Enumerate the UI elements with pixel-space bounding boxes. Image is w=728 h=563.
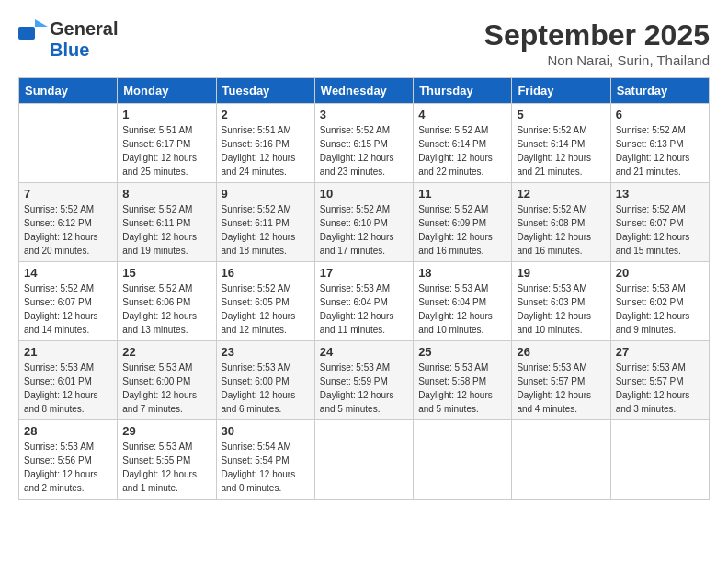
day-cell: 28Sunrise: 5:53 AMSunset: 5:56 PMDayligh… xyxy=(19,420,118,500)
day-cell: 15Sunrise: 5:52 AMSunset: 6:06 PMDayligh… xyxy=(118,262,216,341)
day-number: 19 xyxy=(517,266,605,280)
day-cell: 24Sunrise: 5:53 AMSunset: 5:59 PMDayligh… xyxy=(314,341,413,420)
day-cell: 7Sunrise: 5:52 AMSunset: 6:12 PMDaylight… xyxy=(19,183,118,262)
day-cell: 19Sunrise: 5:53 AMSunset: 6:03 PMDayligh… xyxy=(512,262,610,341)
day-info: Sunrise: 5:53 AMSunset: 6:03 PMDaylight:… xyxy=(517,283,591,335)
col-header-thursday: Thursday xyxy=(414,78,512,104)
day-info: Sunrise: 5:53 AMSunset: 6:00 PMDaylight:… xyxy=(222,362,296,414)
day-number: 26 xyxy=(517,345,605,359)
day-cell: 16Sunrise: 5:52 AMSunset: 6:05 PMDayligh… xyxy=(216,262,314,341)
day-cell: 18Sunrise: 5:53 AMSunset: 6:04 PMDayligh… xyxy=(414,262,512,341)
day-info: Sunrise: 5:52 AMSunset: 6:11 PMDaylight:… xyxy=(122,204,197,256)
day-info: Sunrise: 5:52 AMSunset: 6:14 PMDaylight:… xyxy=(418,125,493,177)
col-header-wednesday: Wednesday xyxy=(314,78,413,104)
day-info: Sunrise: 5:53 AMSunset: 6:01 PMDaylight:… xyxy=(24,362,98,414)
day-info: Sunrise: 5:52 AMSunset: 6:12 PMDaylight:… xyxy=(24,204,98,256)
day-cell: 5Sunrise: 5:52 AMSunset: 6:14 PMDaylight… xyxy=(512,104,610,183)
day-number: 4 xyxy=(418,108,506,121)
day-number: 30 xyxy=(222,424,310,438)
day-cell: 8Sunrise: 5:52 AMSunset: 6:11 PMDaylight… xyxy=(118,183,216,262)
day-info: Sunrise: 5:53 AMSunset: 6:02 PMDaylight:… xyxy=(616,283,690,335)
day-info: Sunrise: 5:51 AMSunset: 6:16 PMDaylight:… xyxy=(222,125,296,177)
day-number: 23 xyxy=(222,345,310,359)
day-number: 2 xyxy=(222,108,310,121)
week-row-3: 14Sunrise: 5:52 AMSunset: 6:07 PMDayligh… xyxy=(19,262,710,341)
week-row-4: 21Sunrise: 5:53 AMSunset: 6:01 PMDayligh… xyxy=(19,341,710,420)
day-number: 11 xyxy=(418,187,506,201)
col-header-monday: Monday xyxy=(118,78,216,104)
day-info: Sunrise: 5:52 AMSunset: 6:05 PMDaylight:… xyxy=(222,283,296,335)
day-cell: 10Sunrise: 5:52 AMSunset: 6:10 PMDayligh… xyxy=(314,183,413,262)
calendar-table: SundayMondayTuesdayWednesdayThursdayFrid… xyxy=(18,77,710,500)
page-header: General Blue September 2025 Non Narai, S… xyxy=(18,18,710,68)
day-info: Sunrise: 5:52 AMSunset: 6:13 PMDaylight:… xyxy=(616,125,690,177)
day-cell: 25Sunrise: 5:53 AMSunset: 5:58 PMDayligh… xyxy=(414,341,512,420)
col-header-sunday: Sunday xyxy=(19,78,118,104)
col-header-friday: Friday xyxy=(512,78,610,104)
day-cell: 11Sunrise: 5:52 AMSunset: 6:09 PMDayligh… xyxy=(414,183,512,262)
day-info: Sunrise: 5:53 AMSunset: 5:58 PMDaylight:… xyxy=(418,362,493,414)
col-header-tuesday: Tuesday xyxy=(216,78,314,104)
day-number: 17 xyxy=(320,266,408,280)
day-cell: 13Sunrise: 5:52 AMSunset: 6:07 PMDayligh… xyxy=(610,183,709,262)
day-cell: 12Sunrise: 5:52 AMSunset: 6:08 PMDayligh… xyxy=(512,183,610,262)
day-info: Sunrise: 5:52 AMSunset: 6:07 PMDaylight:… xyxy=(24,283,98,335)
day-number: 7 xyxy=(24,187,112,201)
week-row-5: 28Sunrise: 5:53 AMSunset: 5:56 PMDayligh… xyxy=(19,420,710,500)
day-info: Sunrise: 5:53 AMSunset: 6:04 PMDaylight:… xyxy=(320,283,394,335)
day-info: Sunrise: 5:53 AMSunset: 5:57 PMDaylight:… xyxy=(517,362,591,414)
day-number: 13 xyxy=(616,187,704,201)
day-info: Sunrise: 5:51 AMSunset: 6:17 PMDaylight:… xyxy=(122,125,197,177)
logo: General Blue xyxy=(18,18,118,61)
day-info: Sunrise: 5:52 AMSunset: 6:09 PMDaylight:… xyxy=(418,204,493,256)
day-info: Sunrise: 5:53 AMSunset: 5:55 PMDaylight:… xyxy=(122,442,197,493)
day-cell: 6Sunrise: 5:52 AMSunset: 6:13 PMDaylight… xyxy=(610,104,709,183)
day-number: 9 xyxy=(222,187,310,201)
day-info: Sunrise: 5:53 AMSunset: 5:57 PMDaylight:… xyxy=(616,362,690,414)
day-cell xyxy=(610,420,709,500)
day-info: Sunrise: 5:52 AMSunset: 6:06 PMDaylight:… xyxy=(122,283,197,335)
day-cell: 23Sunrise: 5:53 AMSunset: 6:00 PMDayligh… xyxy=(216,341,314,420)
day-number: 28 xyxy=(24,424,112,438)
day-number: 29 xyxy=(122,424,210,438)
day-number: 20 xyxy=(616,266,704,280)
day-number: 3 xyxy=(320,108,408,121)
day-cell: 9Sunrise: 5:52 AMSunset: 6:11 PMDaylight… xyxy=(216,183,314,262)
day-number: 10 xyxy=(320,187,408,201)
day-cell: 29Sunrise: 5:53 AMSunset: 5:55 PMDayligh… xyxy=(118,420,216,500)
day-number: 8 xyxy=(122,187,210,201)
day-cell: 14Sunrise: 5:52 AMSunset: 6:07 PMDayligh… xyxy=(19,262,118,341)
day-number: 24 xyxy=(320,345,408,359)
day-cell: 4Sunrise: 5:52 AMSunset: 6:14 PMDaylight… xyxy=(414,104,512,183)
day-cell xyxy=(414,420,512,500)
day-number: 15 xyxy=(122,266,210,280)
day-cell: 21Sunrise: 5:53 AMSunset: 6:01 PMDayligh… xyxy=(19,341,118,420)
day-info: Sunrise: 5:53 AMSunset: 5:59 PMDaylight:… xyxy=(320,362,394,414)
day-cell: 17Sunrise: 5:53 AMSunset: 6:04 PMDayligh… xyxy=(314,262,413,341)
day-number: 27 xyxy=(616,345,704,359)
svg-rect-0 xyxy=(18,27,35,40)
day-info: Sunrise: 5:52 AMSunset: 6:15 PMDaylight:… xyxy=(320,125,394,177)
day-cell: 27Sunrise: 5:53 AMSunset: 5:57 PMDayligh… xyxy=(610,341,709,420)
day-number: 6 xyxy=(616,108,704,121)
day-info: Sunrise: 5:52 AMSunset: 6:14 PMDaylight:… xyxy=(517,125,591,177)
logo-general: General xyxy=(50,18,118,40)
day-cell xyxy=(512,420,610,500)
svg-marker-1 xyxy=(35,19,48,27)
day-info: Sunrise: 5:52 AMSunset: 6:10 PMDaylight:… xyxy=(320,204,394,256)
day-info: Sunrise: 5:54 AMSunset: 5:54 PMDaylight:… xyxy=(222,442,296,493)
day-number: 5 xyxy=(517,108,605,121)
day-info: Sunrise: 5:52 AMSunset: 6:11 PMDaylight:… xyxy=(222,204,296,256)
title-block: September 2025 Non Narai, Surin, Thailan… xyxy=(484,18,710,68)
day-cell: 3Sunrise: 5:52 AMSunset: 6:15 PMDaylight… xyxy=(314,104,413,183)
day-number: 18 xyxy=(418,266,506,280)
day-cell: 30Sunrise: 5:54 AMSunset: 5:54 PMDayligh… xyxy=(216,420,314,500)
day-cell xyxy=(314,420,413,500)
day-number: 12 xyxy=(517,187,605,201)
day-info: Sunrise: 5:53 AMSunset: 5:56 PMDaylight:… xyxy=(24,442,98,493)
location: Non Narai, Surin, Thailand xyxy=(484,52,710,68)
day-number: 1 xyxy=(122,108,210,121)
day-number: 25 xyxy=(418,345,506,359)
week-row-1: 1Sunrise: 5:51 AMSunset: 6:17 PMDaylight… xyxy=(19,104,710,183)
day-info: Sunrise: 5:53 AMSunset: 6:04 PMDaylight:… xyxy=(418,283,493,335)
